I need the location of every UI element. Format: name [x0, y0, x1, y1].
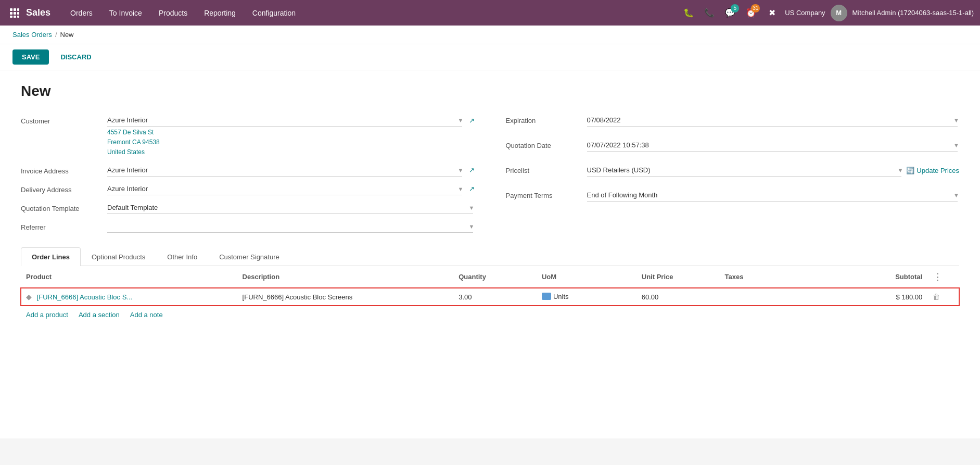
- quotation-template-label: Quotation Template: [21, 202, 99, 212]
- update-prices-button[interactable]: 🔄 Update Prices: [906, 167, 959, 174]
- row-quantity[interactable]: 3.00: [453, 288, 537, 306]
- delivery-address-label: Delivery Address: [21, 183, 99, 194]
- phone-icon[interactable]: 📞: [702, 5, 717, 21]
- debug-icon[interactable]: 🐛: [681, 5, 696, 21]
- svg-rect-7: [14, 16, 16, 18]
- svg-rect-5: [17, 12, 19, 15]
- delivery-address-select[interactable]: Azure Interior: [107, 183, 462, 195]
- col-description: Description: [237, 266, 454, 288]
- nav-to-invoice[interactable]: To Invoice: [102, 6, 149, 20]
- nav-configuration[interactable]: Configuration: [245, 6, 303, 20]
- uom-wrapper: Units: [542, 293, 569, 300]
- referrer-select[interactable]: [107, 220, 473, 233]
- svg-rect-3: [10, 12, 12, 15]
- delete-icon[interactable]: 🗑: [933, 293, 940, 301]
- form-grid: Customer Azure Interior ▼ ↗ 4557 De Silv…: [21, 114, 959, 233]
- delivery-address-field-wrapper: Azure Interior ▼ ↗: [107, 183, 475, 195]
- delivery-external-link-icon[interactable]: ↗: [469, 185, 475, 193]
- tabs-bar: Order Lines Optional Products Other Info…: [21, 247, 959, 266]
- referrer-label: Referrer: [21, 220, 99, 231]
- topnav: Sales Orders To Invoice Products Reporti…: [0, 0, 980, 26]
- row-unit-price[interactable]: 60.00: [637, 288, 720, 306]
- add-product-link[interactable]: Add a product: [26, 311, 68, 319]
- address-line1: 4557 De Silva St: [107, 129, 154, 136]
- refresh-icon: 🔄: [906, 167, 914, 174]
- add-section-link[interactable]: Add a section: [79, 311, 120, 319]
- tab-customer-signature[interactable]: Customer Signature: [208, 247, 290, 266]
- left-form: Customer Azure Interior ▼ ↗ 4557 De Silv…: [21, 114, 475, 233]
- uom-img: [542, 293, 551, 300]
- form-title: New: [21, 83, 959, 99]
- nav-reporting[interactable]: Reporting: [197, 6, 243, 20]
- customer-select[interactable]: Azure Interior: [107, 114, 462, 127]
- nav-products[interactable]: Products: [151, 6, 195, 20]
- table-row[interactable]: ◆ [FURN_6666] Acoustic Bloc S... [FURN_6…: [21, 288, 959, 306]
- payment-terms-row: Payment Terms End of Following Month ▼: [506, 189, 960, 202]
- svg-rect-2: [17, 8, 19, 11]
- activity-icon[interactable]: ⏰ 31: [743, 5, 759, 21]
- discard-button[interactable]: DISCARD: [54, 49, 97, 65]
- pricelist-value-wrapper: USD Retailers (USD) ▼ 🔄 Update Prices: [587, 164, 960, 177]
- payment-terms-label: Payment Terms: [506, 192, 579, 199]
- breadcrumb: Sales Orders / New: [0, 26, 980, 44]
- pricelist-row: Pricelist USD Retailers (USD) ▼ 🔄 Update…: [506, 164, 960, 177]
- row-taxes[interactable]: [720, 288, 803, 306]
- invoice-address-field-wrapper: Azure Interior ▼ ↗: [107, 164, 475, 177]
- col-unit-price: Unit Price: [637, 266, 720, 288]
- uom-label[interactable]: Units: [553, 293, 569, 300]
- company-name: US Company: [785, 9, 825, 17]
- expiration-label: Expiration: [506, 117, 579, 124]
- tab-optional-products[interactable]: Optional Products: [81, 247, 156, 266]
- quotation-date-input[interactable]: [587, 139, 958, 152]
- add-links: Add a product Add a section Add a note: [21, 306, 959, 319]
- col-subtotal: Subtotal: [803, 266, 927, 288]
- quotation-template-select[interactable]: Default Template: [107, 202, 473, 214]
- quotation-date-value-wrapper: ▼: [587, 139, 960, 152]
- app-name: Sales: [26, 7, 50, 18]
- customer-label: Customer: [21, 114, 99, 125]
- tab-other-info[interactable]: Other Info: [156, 247, 208, 266]
- svg-rect-4: [14, 12, 16, 15]
- row-delete[interactable]: 🗑: [927, 288, 959, 306]
- add-note-link[interactable]: Add a note: [130, 311, 163, 319]
- nav-orders[interactable]: Orders: [63, 6, 100, 20]
- col-quantity: Quantity: [453, 266, 537, 288]
- tab-order-lines[interactable]: Order Lines: [21, 247, 81, 266]
- col-taxes: Taxes: [720, 266, 803, 288]
- table-header: Product Description Quantity UoM Unit Pr…: [21, 266, 959, 288]
- customer-external-link-icon[interactable]: ↗: [469, 117, 475, 124]
- chat-badge: 5: [731, 4, 739, 12]
- order-lines-table: Product Description Quantity UoM Unit Pr…: [21, 266, 959, 306]
- quotation-date-label: Quotation Date: [506, 142, 579, 149]
- col-menu[interactable]: ⋮: [927, 266, 959, 288]
- product-link[interactable]: [FURN_6666] Acoustic Bloc S...: [37, 293, 133, 301]
- row-product[interactable]: ◆ [FURN_6666] Acoustic Bloc S...: [21, 288, 237, 306]
- payment-terms-select[interactable]: End of Following Month: [587, 189, 958, 202]
- row-uom: Units: [537, 288, 637, 306]
- delivery-address-row: Delivery Address Azure Interior ▼ ↗: [21, 183, 475, 195]
- pricelist-label: Pricelist: [506, 167, 579, 174]
- breadcrumb-parent[interactable]: Sales Orders: [12, 31, 52, 39]
- quotation-template-select-wrapper: Default Template ▼: [107, 202, 475, 214]
- svg-rect-8: [17, 16, 19, 18]
- expiration-value-wrapper: ▼: [587, 114, 960, 127]
- svg-rect-1: [14, 8, 16, 11]
- grid-menu-icon[interactable]: [6, 5, 23, 21]
- pricelist-select[interactable]: USD Retailers (USD): [587, 164, 902, 177]
- update-prices-label: Update Prices: [917, 167, 959, 174]
- avatar[interactable]: M: [831, 5, 847, 21]
- save-button[interactable]: SAVE: [12, 49, 49, 65]
- expiration-input[interactable]: [587, 114, 958, 127]
- row-subtotal: $ 180.00: [803, 288, 927, 306]
- customer-select-wrapper: Azure Interior ▼ ↗: [107, 114, 475, 127]
- chat-icon[interactable]: 💬 5: [722, 5, 738, 21]
- settings-icon[interactable]: ✖: [764, 5, 780, 21]
- nav-menu: Orders To Invoice Products Reporting Con…: [63, 6, 681, 20]
- invoice-address-select[interactable]: Azure Interior: [107, 164, 462, 177]
- topnav-right: 🐛 📞 💬 5 ⏰ 31 ✖ US Company M Mitchell Adm…: [681, 5, 974, 21]
- invoice-external-link-icon[interactable]: ↗: [469, 166, 475, 174]
- svg-rect-6: [10, 16, 12, 18]
- delivery-address-select-wrapper: Azure Interior ▼ ↗: [107, 183, 475, 195]
- invoice-address-label: Invoice Address: [21, 164, 99, 175]
- username: Mitchell Admin (17204063-saas-15-1-all): [852, 9, 974, 17]
